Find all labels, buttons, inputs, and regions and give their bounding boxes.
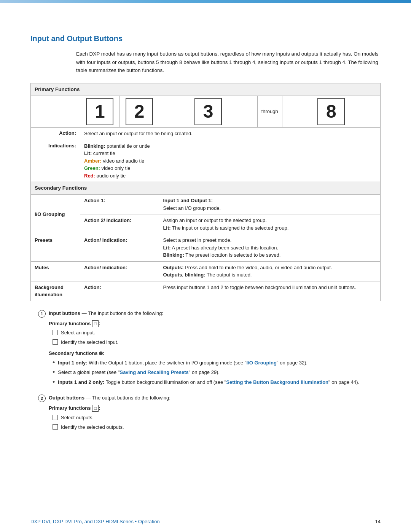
input-sec-3-text: Inputs 1 and 2 only: Toggle button backg… (58, 379, 359, 386)
mutes-content: Outputs: Press and hold to mute the vide… (159, 261, 381, 281)
output-primary-2: Identify the selected outputs. (53, 423, 381, 431)
action-row: Action: Select an input or output for th… (31, 128, 381, 140)
input-primary-2-text: Identify the selected input. (61, 339, 118, 347)
dot-3: • (53, 379, 55, 385)
input-sec-1-text: Input 1 only: With the Output 1 button, … (58, 359, 307, 367)
io-action2-lit: Lit: The input or output is assigned to … (163, 224, 376, 232)
presets-line3: Blinking: The preset location is selecte… (163, 251, 376, 259)
button-3-cell: 3 (159, 96, 257, 128)
bg-content: Press input buttons 1 and 2 to toggle be… (159, 281, 381, 301)
primary-functions-label-input: Primary functions □: (49, 320, 381, 328)
io-action1-label: Action 1: (80, 195, 159, 214)
checkbox-icon-4 (53, 424, 58, 430)
output-primary-1-text: Select outputs. (61, 414, 94, 422)
secondary-functions-header: Secondary Functions (31, 182, 381, 195)
input-primary-1-text: Select an input. (61, 329, 95, 337)
output-buttons-label: Output buttons (49, 395, 84, 401)
secondary-functions-label: Secondary Functions (31, 182, 381, 195)
output-buttons-text: The output buttons do the following: (92, 395, 170, 401)
ind-lit: Lit: current tie (84, 150, 376, 157)
button-1-cell: 1 (80, 96, 120, 128)
checkbox-icon-1 (53, 330, 58, 335)
checkbox-icon-3 (53, 415, 58, 420)
mutes-row: Mutes Action/ indication: Outputs: Press… (31, 261, 381, 281)
footer-left: DXP DVI, DXP DVI Pro, and DXP HDMI Serie… (30, 519, 160, 524)
input-sec-2: • Select a global preset (see "Saving an… (53, 369, 381, 376)
input-buttons-label: Input buttons (49, 310, 80, 316)
ind-blinking: Blinking: potential tie or untie (84, 142, 376, 150)
input-sec-1: • Input 1 only: With the Output 1 button… (53, 359, 381, 367)
primary-functions-label: Primary Functions (31, 83, 381, 96)
presets-line1: Select a preset in preset mode. (163, 236, 376, 244)
footer: DXP DVI, DXP DVI Pro, and DXP HDMI Serie… (0, 518, 411, 521)
output-dash: — (86, 395, 92, 401)
input-circle-num: 1 (38, 310, 46, 318)
presets-row: Presets Action/ indication: Select a pre… (31, 234, 381, 262)
functions-table: Primary Functions 1 2 3 through (30, 83, 381, 301)
indications-cell: Blinking: potential tie or untie Lit: cu… (80, 140, 381, 182)
primary-functions-header: Primary Functions (31, 83, 381, 96)
dot-2: • (53, 369, 55, 375)
io-action1-content: Input 1 and Output 1: Select an I/O grou… (159, 195, 381, 214)
mutes-line1: Outputs: Press and hold to mute the vide… (163, 264, 376, 272)
output-buttons-content: Output buttons — The output buttons do t… (49, 394, 381, 434)
footer-right: 14 (375, 519, 381, 524)
output-primary-section: Primary functions □: Select outputs. Ide… (49, 404, 381, 431)
input-primary-1: Select an input. (53, 329, 381, 337)
input-primary-list: Select an input. Identify the selected i… (53, 329, 381, 347)
button-2-cell: 2 (119, 96, 159, 128)
io-action1-bold: Input 1 and Output 1: (163, 198, 213, 203)
button-2: 2 (126, 98, 153, 125)
action-label: Action: (31, 128, 80, 140)
io-action2-row: Action 2/ indication: Assign an input or… (31, 214, 381, 234)
page: Input and Output Buttons Each DXP model … (0, 0, 411, 532)
bg-action-label: Action: (80, 281, 159, 301)
output-primary-1: Select outputs. (53, 414, 381, 422)
input-secondary-list: • Input 1 only: With the Output 1 button… (53, 359, 381, 386)
button-3: 3 (194, 98, 222, 125)
input-primary-2: Identify the selected input. (53, 339, 381, 347)
input-sec-3: • Inputs 1 and 2 only: Toggle button bac… (53, 379, 381, 386)
indications-row: Indications: Blinking: potential tie or … (31, 140, 381, 182)
top-bar (0, 0, 411, 3)
checkbox-icon-2 (53, 339, 58, 345)
input-buttons-item: 1 Input buttons — The input buttons do t… (38, 310, 381, 389)
page-title: Input and Output Buttons (30, 34, 381, 43)
input-dash: — (82, 310, 88, 316)
button-8: 8 (317, 98, 345, 125)
through-label: through (257, 96, 282, 128)
button-8-cell: 8 (282, 96, 380, 128)
io-action2-label: Action 2/ indication: (80, 214, 159, 234)
primary-section: Primary functions □: Select an input. Id… (49, 320, 381, 347)
button-1: 1 (86, 98, 113, 125)
ind-green: Green: video only tie (84, 165, 376, 172)
io-action2-text: Assign an input or output to the selecte… (163, 217, 376, 224)
output-primary-functions-label: Primary functions □: (49, 404, 381, 412)
presets-label: Presets (31, 234, 80, 262)
buttons-row: 1 2 3 through 8 (31, 96, 381, 128)
io-action2-content: Assign an input or output to the selecte… (159, 214, 381, 234)
secondary-section: Secondary functions : • Input 1 only: Wi… (49, 350, 381, 386)
bg-illumination-row: Backgroundillumination Action: Press inp… (31, 281, 381, 301)
action-text: Select an input or output for the tie be… (80, 128, 381, 140)
io-grouping-label: I/O Grouping (31, 195, 80, 234)
intro-paragraph: Each DXP model has as many input buttons… (76, 50, 381, 75)
bullets-list: 1 Input buttons — The input buttons do t… (38, 310, 381, 435)
output-circle-num: 2 (38, 395, 46, 402)
output-primary-list: Select outputs. Identify the selected ou… (53, 414, 381, 431)
io-action1-row: I/O Grouping Action 1: Input 1 and Outpu… (31, 195, 381, 214)
io-action1-text: Select an I/O group mode. (163, 204, 376, 212)
mutes-line2: Outputs, blinking: The output is muted. (163, 271, 376, 279)
ind-amber: Amber: video and audio tie (84, 157, 376, 165)
input-buttons-content: Input buttons — The input buttons do the… (49, 310, 381, 389)
presets-line2: Lit: A preset has already been saved to … (163, 244, 376, 252)
ind-red: Red: audio only tie (84, 172, 376, 180)
bg-label: Backgroundillumination (31, 281, 80, 301)
secondary-functions-label-input: Secondary functions : (49, 350, 381, 358)
indications-label: Indications: (31, 140, 80, 182)
mutes-action-label: Action/ indication: (80, 261, 159, 281)
output-buttons-item: 2 Output buttons — The output buttons do… (38, 394, 381, 434)
presets-content: Select a preset in preset mode. Lit: A p… (159, 234, 381, 262)
presets-action-label: Action/ indication: (80, 234, 159, 262)
input-sec-2-text: Select a global preset (see "Saving and … (58, 369, 220, 376)
